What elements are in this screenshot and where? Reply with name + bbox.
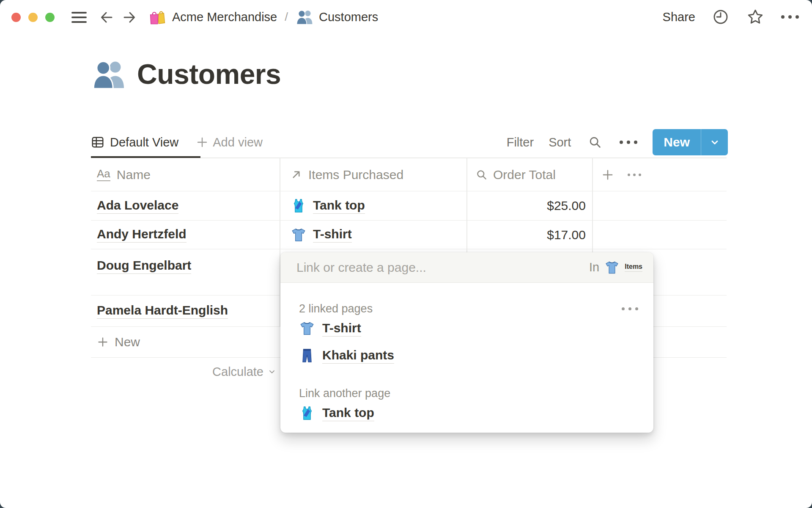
popup-search-row: In Items: [280, 252, 653, 283]
sidebar-toggle-button[interactable]: [70, 8, 89, 27]
text-property-icon: Aa: [97, 168, 110, 181]
share-button[interactable]: Share: [663, 10, 695, 24]
star-icon: [746, 8, 764, 26]
page-link[interactable]: T-shirt: [322, 321, 361, 337]
t-shirt-icon: [291, 227, 307, 243]
view-options-button[interactable]: [619, 133, 638, 152]
t-shirt-icon: [604, 260, 620, 275]
cell-order-total[interactable]: $25.00: [466, 199, 592, 213]
page-title[interactable]: Customers: [137, 58, 281, 90]
page-link[interactable]: Andy Hertzfeld: [97, 227, 187, 243]
scope-prefix-label: In: [589, 260, 599, 274]
link-page-input[interactable]: [296, 260, 589, 275]
more-options-button[interactable]: [781, 8, 799, 26]
add-view-label: Add view: [213, 135, 263, 149]
add-view-button[interactable]: Add view: [196, 135, 263, 149]
table-row: Andy Hertzfeld T-shirt $17.00: [91, 221, 727, 249]
tab-default-view-label: Default View: [110, 135, 178, 149]
minimize-window-button[interactable]: [28, 13, 38, 22]
calculate-button[interactable]: Calculate: [91, 365, 280, 379]
column-header-items-purchased[interactable]: Items Purchased: [280, 168, 466, 182]
people-icon: [296, 8, 313, 26]
column-header-label: Order Total: [493, 168, 556, 182]
rollup-magnifier-icon: [476, 169, 487, 180]
active-tab-underline: [91, 156, 200, 158]
zoom-window-button[interactable]: [45, 13, 55, 22]
chevron-down-icon: [710, 137, 720, 147]
linked-pages-options-button more-icon[interactable]: [619, 305, 641, 313]
updates-button[interactable]: [711, 8, 730, 26]
popup-scope: In Items: [589, 260, 642, 275]
chevron-down-icon: [268, 367, 276, 376]
link-another-heading: Link another page: [299, 387, 390, 400]
table-row: Ada Lovelace Tank top $25.00: [91, 191, 727, 221]
more-icon: [617, 138, 640, 146]
page-link[interactable]: Tank top: [313, 198, 365, 214]
column-header-label: Name: [117, 168, 151, 182]
clock-icon: [712, 8, 729, 25]
table-view-icon: [91, 135, 104, 149]
table-header-row: Aa Name Items Purchased Order Total: [91, 158, 727, 191]
page-link[interactable]: Khaki pants: [322, 348, 394, 364]
linked-page-item[interactable]: Khaki pants: [299, 343, 641, 368]
column-header-label: Items Purchased: [308, 168, 403, 182]
page-link[interactable]: Ada Lovelace: [97, 198, 178, 214]
running-shirt-icon: [291, 198, 307, 214]
breadcrumb-separator: /: [283, 10, 290, 24]
linked-page-item[interactable]: T-shirt: [299, 316, 641, 341]
window-titlebar: Acme Merchandise / Customers Share: [0, 0, 812, 34]
cell-items-purchased[interactable]: T-shirt: [280, 227, 466, 243]
tab-default-view[interactable]: Default View: [91, 135, 178, 149]
breadcrumb-page[interactable]: Customers: [296, 8, 378, 26]
running-shirt-icon: [299, 405, 315, 421]
relation-link-popup: In Items 2 linked pages T-shirt Khaki pa…: [280, 252, 653, 433]
arrow-left-icon: [99, 10, 114, 25]
forward-button[interactable]: [120, 8, 139, 27]
new-button-group: New: [653, 129, 728, 155]
arrow-right-icon: [122, 10, 137, 25]
app-window: Acme Merchandise / Customers Share: [0, 0, 812, 508]
cell-name[interactable]: Doug Engelbart: [91, 249, 280, 274]
more-icon: [779, 13, 801, 21]
breadcrumb-page-label: Customers: [319, 10, 378, 24]
plus-icon: [196, 136, 208, 148]
cell-name[interactable]: Andy Hertzfeld: [91, 227, 280, 243]
suggested-page-item[interactable]: Tank top: [299, 400, 641, 426]
page-link[interactable]: Pamela Hardt-English: [97, 303, 228, 319]
cell-name[interactable]: Ada Lovelace: [91, 198, 280, 214]
search-icon: [588, 135, 602, 149]
linked-pages-heading: 2 linked pages: [299, 302, 373, 315]
cell-name[interactable]: Pamela Hardt-English: [91, 303, 280, 319]
cell-order-total[interactable]: $17.00: [466, 228, 592, 242]
scope-database-link[interactable]: Items: [625, 263, 642, 272]
traffic-lights: [11, 13, 55, 22]
column-header-name[interactable]: Aa Name: [91, 168, 280, 182]
column-header-order-total[interactable]: Order Total: [466, 168, 592, 182]
search-view-button[interactable]: [586, 133, 604, 152]
sort-button[interactable]: Sort: [549, 135, 571, 149]
breadcrumb: Acme Merchandise / Customers: [148, 0, 378, 34]
breadcrumb-workspace[interactable]: Acme Merchandise: [148, 8, 277, 26]
relation-arrow-icon: [291, 169, 302, 180]
plus-icon: [97, 336, 109, 348]
page-link[interactable]: Tank top: [322, 406, 374, 421]
t-shirt-icon: [299, 320, 315, 337]
new-button[interactable]: New: [653, 129, 701, 155]
new-button-dropdown[interactable]: [701, 129, 728, 155]
shopping-bags-icon: [148, 8, 167, 26]
page-link[interactable]: Doug Engelbart: [97, 258, 191, 274]
filter-button[interactable]: Filter: [507, 135, 534, 149]
new-row-label: New: [115, 335, 140, 349]
cell-items-purchased[interactable]: Tank top: [280, 198, 466, 214]
hamburger-icon: [71, 11, 88, 24]
page-link[interactable]: T-shirt: [313, 227, 352, 243]
table-options-button more-icon[interactable]: [625, 171, 644, 179]
calculate-label: Calculate: [212, 365, 263, 379]
back-button[interactable]: [97, 8, 116, 27]
breadcrumb-workspace-label: Acme Merchandise: [172, 10, 277, 24]
page-icon people-icon[interactable]: [91, 57, 126, 91]
close-window-button[interactable]: [11, 13, 21, 22]
jeans-icon: [299, 348, 315, 364]
add-column-button plus-icon[interactable]: [601, 168, 614, 181]
favorite-button[interactable]: [746, 8, 765, 26]
